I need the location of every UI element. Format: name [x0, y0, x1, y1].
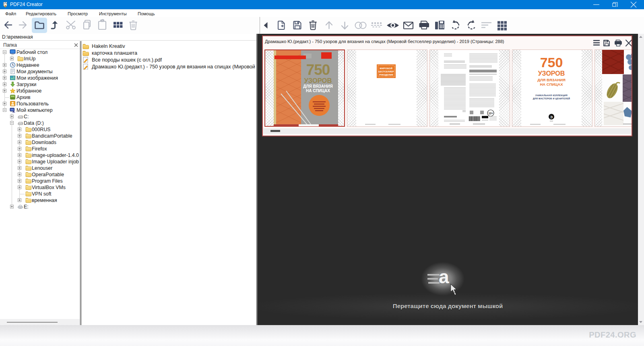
svg-text:ДЛЯ МАСТЕРОВ И ЦЕНИТЕЛЕЙ: ДЛЯ МАСТЕРОВ И ЦЕНИТЕЛЕЙ [533, 97, 570, 100]
svg-text:НА СПИЦАХ: НА СПИЦАХ [306, 89, 330, 93]
svg-text:УЗОРОВ: УЗОРОВ [538, 70, 565, 77]
svg-text:УНИКАЛЬНАЯ КОЛЛЕКЦИЯ: УНИКАЛЬНАЯ КОЛЛЕКЦИЯ [535, 94, 568, 97]
svg-text:ДЛЯ ВЯЗАНИЯ: ДЛЯ ВЯЗАНИЯ [537, 78, 566, 82]
svg-text:БЕСТСЕЛЛЕР: БЕСТСЕЛЛЕР [378, 70, 394, 73]
svg-text:МИРОВОЙ: МИРОВОЙ [380, 67, 393, 70]
svg-text:12+: 12+ [488, 112, 493, 115]
svg-text:750: 750 [306, 62, 330, 78]
svg-text:750: 750 [540, 55, 563, 70]
svg-text:НА СПИЦАХ: НА СПИЦАХ [540, 82, 563, 86]
svg-text:УЗОРОВ: УЗОРОВ [304, 77, 332, 84]
svg-text:ДЛЯ ВЯЗАНИЯ: ДЛЯ ВЯЗАНИЯ [303, 84, 332, 89]
svg-text:Э: Э [550, 115, 553, 119]
svg-text:РУКОДЕЛИЯ: РУКОДЕЛИЯ [379, 74, 393, 76]
